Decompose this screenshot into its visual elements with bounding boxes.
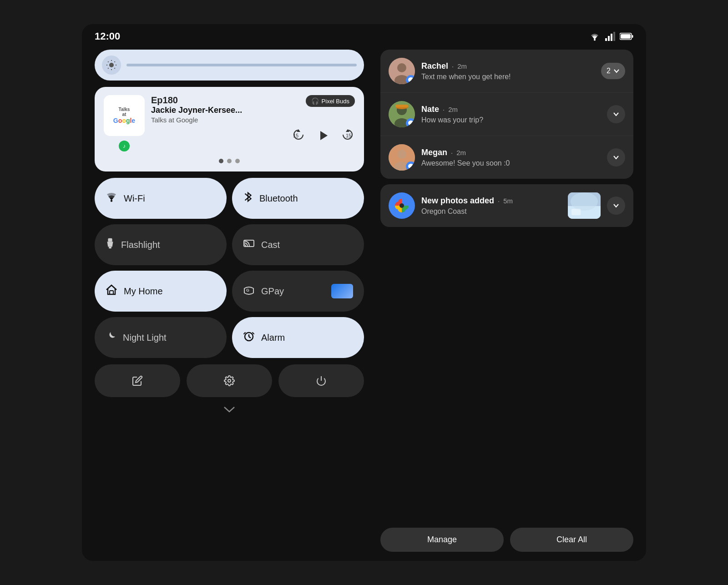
svg-line-16 xyxy=(114,61,115,62)
play-button[interactable] xyxy=(313,126,333,146)
svg-rect-48 xyxy=(571,209,581,215)
media-player: Talks at Google ♪ Ep180 xyxy=(95,87,364,171)
myhome-label: My Home xyxy=(124,286,163,297)
wifi-icon xyxy=(589,32,601,41)
megan-expand[interactable] xyxy=(607,148,625,166)
rachel-notification[interactable]: Rachel · 2m Text me when you get here! 2 xyxy=(380,50,633,93)
alarm-toggle[interactable]: Alarm xyxy=(232,317,364,358)
svg-point-42 xyxy=(397,150,406,159)
status-bar: 12:00 xyxy=(82,24,646,46)
message-app-icon xyxy=(406,75,415,84)
rewind-button[interactable]: 15 xyxy=(291,127,306,144)
bluetooth-label: Bluetooth xyxy=(259,193,298,204)
rachel-text: Text me when you get here! xyxy=(421,73,595,81)
brightness-track[interactable] xyxy=(126,64,357,66)
cast-tile-icon xyxy=(243,238,255,251)
svg-rect-6 xyxy=(632,35,633,38)
status-icons xyxy=(589,32,633,41)
cast-toggle[interactable]: Cast xyxy=(232,224,364,265)
megan-content: Megan · 2m Awesome! See you soon :0 xyxy=(421,148,601,167)
rachel-content: Rachel · 2m Text me when you get here! xyxy=(421,61,595,81)
pixel-buds-badge: 🎧 Pixel Buds xyxy=(306,95,355,107)
media-dots xyxy=(104,159,355,163)
messages-group: Rachel · 2m Text me when you get here! 2 xyxy=(380,50,633,179)
svg-rect-1 xyxy=(605,38,607,41)
bluetooth-tile-icon xyxy=(243,191,253,206)
android-screen: 12:00 xyxy=(82,24,646,561)
dot-2 xyxy=(227,159,232,163)
photos-time: 5m xyxy=(503,197,513,205)
megan-message-icon xyxy=(406,161,415,171)
svg-point-0 xyxy=(594,39,596,41)
alarm-tile-icon xyxy=(243,330,255,345)
signal-icon xyxy=(605,32,615,41)
action-buttons xyxy=(95,364,364,397)
brightness-icon xyxy=(102,55,121,75)
rachel-expand[interactable]: 2 xyxy=(601,63,625,79)
photos-thumbnail xyxy=(568,192,601,219)
svg-point-47 xyxy=(571,192,598,211)
nate-notification[interactable]: Nate · 2m How was your trip? xyxy=(380,93,633,136)
forward-button[interactable]: 15 xyxy=(340,127,355,144)
notifications-panel: Rachel · 2m Text me when you get here! 2 xyxy=(372,50,633,552)
photos-app-icon xyxy=(389,192,415,219)
home-tile-icon xyxy=(106,284,117,298)
nate-text: How was your trip? xyxy=(421,116,601,124)
svg-rect-24 xyxy=(109,247,111,248)
svg-text:G: G xyxy=(246,288,249,292)
media-show: Talks at Google xyxy=(151,116,242,124)
svg-point-22 xyxy=(111,200,112,202)
settings-button[interactable] xyxy=(187,364,272,397)
power-button[interactable] xyxy=(278,364,364,397)
svg-line-15 xyxy=(108,68,108,68)
megan-time: 2m xyxy=(456,149,466,156)
clear-all-button[interactable]: Clear All xyxy=(510,528,633,552)
svg-rect-23 xyxy=(108,238,112,242)
flashlight-label: Flashlight xyxy=(121,240,160,250)
gpay-toggle[interactable]: G GPay xyxy=(232,271,364,312)
rachel-time: 2m xyxy=(457,62,467,70)
photos-expand[interactable] xyxy=(607,197,625,215)
cast-label: Cast xyxy=(261,240,280,250)
nightlight-label: Night Light xyxy=(123,333,167,343)
wifi-toggle[interactable]: Wi-Fi xyxy=(95,178,227,219)
gpay-label: GPay xyxy=(261,286,284,297)
svg-rect-40 xyxy=(395,105,408,107)
edit-button[interactable] xyxy=(95,364,180,397)
dot-3 xyxy=(235,159,240,163)
chevron-down[interactable] xyxy=(95,405,364,414)
nate-expand[interactable] xyxy=(607,105,625,123)
media-info: Ep180 Jackie Joyner-Kersee... Talks at G… xyxy=(151,95,355,146)
svg-rect-3 xyxy=(611,34,612,41)
battery-icon xyxy=(620,32,633,40)
svg-line-14 xyxy=(114,68,115,68)
megan-text: Awesome! See you soon :0 xyxy=(421,159,601,167)
nightlight-toggle[interactable]: Night Light xyxy=(95,317,227,358)
photos-content: New photos added · 5m Oregon Coast xyxy=(421,196,561,216)
brightness-bar[interactable] xyxy=(95,50,364,81)
rachel-avatar xyxy=(389,58,415,84)
media-controls[interactable]: 15 xyxy=(151,126,355,146)
svg-rect-4 xyxy=(613,32,615,41)
flashlight-toggle[interactable]: Flashlight xyxy=(95,224,227,265)
megan-notification[interactable]: Megan · 2m Awesome! See you soon :0 xyxy=(380,136,633,179)
svg-text:15: 15 xyxy=(346,133,351,138)
alarm-label: Alarm xyxy=(261,333,285,343)
gpay-card-preview xyxy=(331,284,353,298)
svg-marker-19 xyxy=(320,131,328,140)
nate-time: 2m xyxy=(448,106,458,113)
photos-title: New photos added xyxy=(421,196,494,206)
nate-name: Nate xyxy=(421,105,439,114)
myhome-toggle[interactable]: My Home xyxy=(95,271,227,312)
flashlight-tile-icon xyxy=(106,237,115,252)
svg-rect-2 xyxy=(608,36,610,41)
wifi-label: Wi-Fi xyxy=(124,193,145,204)
notification-actions: Manage Clear All xyxy=(380,528,633,552)
photos-notification[interactable]: New photos added · 5m Oregon Coast xyxy=(380,184,633,227)
clock: 12:00 xyxy=(95,30,120,42)
photos-subtitle: Oregon Coast xyxy=(421,207,561,216)
spotify-icon: ♪ xyxy=(119,141,130,151)
toggle-grid: Wi-Fi Bluetooth xyxy=(95,178,364,358)
manage-button[interactable]: Manage xyxy=(380,528,504,552)
bluetooth-toggle[interactable]: Bluetooth xyxy=(232,178,364,219)
